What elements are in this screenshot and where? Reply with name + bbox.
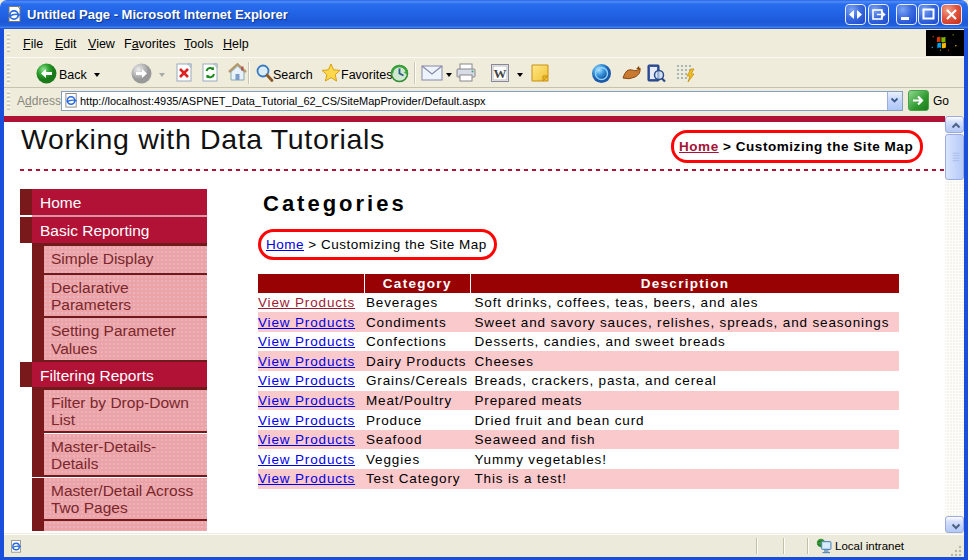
svg-text:W: W: [494, 66, 507, 81]
